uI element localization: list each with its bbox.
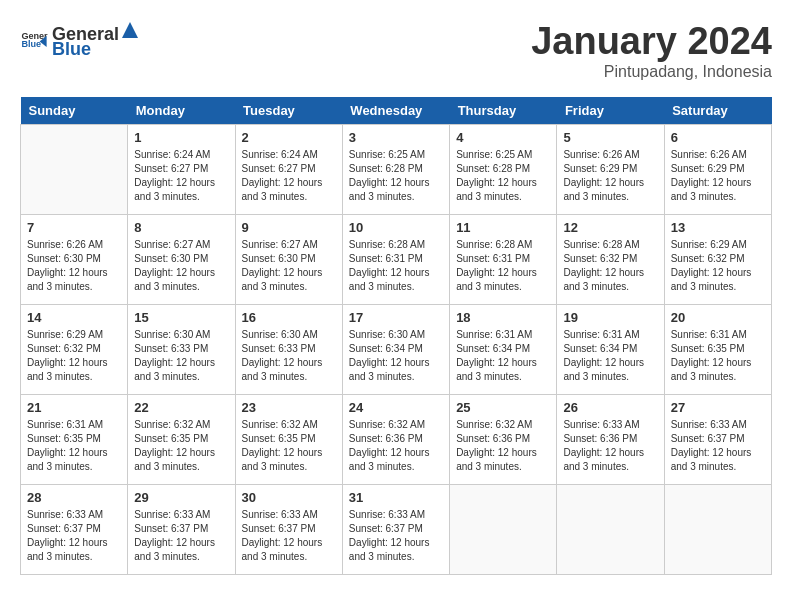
- day-info: Sunrise: 6:33 AM Sunset: 6:37 PM Dayligh…: [134, 508, 228, 564]
- day-info: Sunrise: 6:28 AM Sunset: 6:31 PM Dayligh…: [349, 238, 443, 294]
- day-info: Sunrise: 6:33 AM Sunset: 6:37 PM Dayligh…: [242, 508, 336, 564]
- calendar-table: SundayMondayTuesdayWednesdayThursdayFrid…: [20, 97, 772, 575]
- calendar-cell: 25Sunrise: 6:32 AM Sunset: 6:36 PM Dayli…: [450, 395, 557, 485]
- calendar-cell: 26Sunrise: 6:33 AM Sunset: 6:36 PM Dayli…: [557, 395, 664, 485]
- day-info: Sunrise: 6:30 AM Sunset: 6:33 PM Dayligh…: [134, 328, 228, 384]
- calendar-cell: 23Sunrise: 6:32 AM Sunset: 6:35 PM Dayli…: [235, 395, 342, 485]
- day-number: 15: [134, 310, 228, 325]
- calendar-cell: [450, 485, 557, 575]
- day-number: 13: [671, 220, 765, 235]
- day-info: Sunrise: 6:26 AM Sunset: 6:29 PM Dayligh…: [563, 148, 657, 204]
- calendar-cell: 10Sunrise: 6:28 AM Sunset: 6:31 PM Dayli…: [342, 215, 449, 305]
- day-header-sunday: Sunday: [21, 97, 128, 125]
- day-number: 27: [671, 400, 765, 415]
- day-number: 25: [456, 400, 550, 415]
- day-number: 10: [349, 220, 443, 235]
- calendar-cell: 8Sunrise: 6:27 AM Sunset: 6:30 PM Daylig…: [128, 215, 235, 305]
- day-number: 23: [242, 400, 336, 415]
- calendar-cell: 15Sunrise: 6:30 AM Sunset: 6:33 PM Dayli…: [128, 305, 235, 395]
- calendar-cell: 27Sunrise: 6:33 AM Sunset: 6:37 PM Dayli…: [664, 395, 771, 485]
- calendar-cell: 18Sunrise: 6:31 AM Sunset: 6:34 PM Dayli…: [450, 305, 557, 395]
- day-header-friday: Friday: [557, 97, 664, 125]
- day-number: 3: [349, 130, 443, 145]
- day-info: Sunrise: 6:28 AM Sunset: 6:31 PM Dayligh…: [456, 238, 550, 294]
- month-year-title: January 2024: [531, 20, 772, 63]
- day-info: Sunrise: 6:33 AM Sunset: 6:37 PM Dayligh…: [349, 508, 443, 564]
- day-header-wednesday: Wednesday: [342, 97, 449, 125]
- day-info: Sunrise: 6:33 AM Sunset: 6:36 PM Dayligh…: [563, 418, 657, 474]
- day-info: Sunrise: 6:28 AM Sunset: 6:32 PM Dayligh…: [563, 238, 657, 294]
- calendar-cell: 19Sunrise: 6:31 AM Sunset: 6:34 PM Dayli…: [557, 305, 664, 395]
- day-info: Sunrise: 6:31 AM Sunset: 6:35 PM Dayligh…: [27, 418, 121, 474]
- day-info: Sunrise: 6:27 AM Sunset: 6:30 PM Dayligh…: [242, 238, 336, 294]
- day-number: 8: [134, 220, 228, 235]
- day-info: Sunrise: 6:32 AM Sunset: 6:36 PM Dayligh…: [456, 418, 550, 474]
- calendar-cell: 1Sunrise: 6:24 AM Sunset: 6:27 PM Daylig…: [128, 125, 235, 215]
- calendar-week-row: 28Sunrise: 6:33 AM Sunset: 6:37 PM Dayli…: [21, 485, 772, 575]
- day-header-saturday: Saturday: [664, 97, 771, 125]
- day-number: 24: [349, 400, 443, 415]
- calendar-week-row: 14Sunrise: 6:29 AM Sunset: 6:32 PM Dayli…: [21, 305, 772, 395]
- day-info: Sunrise: 6:26 AM Sunset: 6:30 PM Dayligh…: [27, 238, 121, 294]
- day-header-thursday: Thursday: [450, 97, 557, 125]
- day-info: Sunrise: 6:32 AM Sunset: 6:35 PM Dayligh…: [242, 418, 336, 474]
- calendar-cell: 22Sunrise: 6:32 AM Sunset: 6:35 PM Dayli…: [128, 395, 235, 485]
- day-number: 9: [242, 220, 336, 235]
- calendar-cell: [664, 485, 771, 575]
- day-info: Sunrise: 6:26 AM Sunset: 6:29 PM Dayligh…: [671, 148, 765, 204]
- day-number: 21: [27, 400, 121, 415]
- day-number: 22: [134, 400, 228, 415]
- day-number: 20: [671, 310, 765, 325]
- calendar-week-row: 7Sunrise: 6:26 AM Sunset: 6:30 PM Daylig…: [21, 215, 772, 305]
- calendar-cell: [21, 125, 128, 215]
- calendar-cell: 17Sunrise: 6:30 AM Sunset: 6:34 PM Dayli…: [342, 305, 449, 395]
- day-info: Sunrise: 6:31 AM Sunset: 6:35 PM Dayligh…: [671, 328, 765, 384]
- day-info: Sunrise: 6:31 AM Sunset: 6:34 PM Dayligh…: [563, 328, 657, 384]
- location-subtitle: Pintupadang, Indonesia: [531, 63, 772, 81]
- day-number: 19: [563, 310, 657, 325]
- calendar-cell: 9Sunrise: 6:27 AM Sunset: 6:30 PM Daylig…: [235, 215, 342, 305]
- day-info: Sunrise: 6:29 AM Sunset: 6:32 PM Dayligh…: [671, 238, 765, 294]
- day-info: Sunrise: 6:33 AM Sunset: 6:37 PM Dayligh…: [27, 508, 121, 564]
- day-number: 2: [242, 130, 336, 145]
- day-number: 5: [563, 130, 657, 145]
- day-info: Sunrise: 6:33 AM Sunset: 6:37 PM Dayligh…: [671, 418, 765, 474]
- day-info: Sunrise: 6:32 AM Sunset: 6:35 PM Dayligh…: [134, 418, 228, 474]
- day-info: Sunrise: 6:29 AM Sunset: 6:32 PM Dayligh…: [27, 328, 121, 384]
- calendar-cell: 24Sunrise: 6:32 AM Sunset: 6:36 PM Dayli…: [342, 395, 449, 485]
- day-number: 18: [456, 310, 550, 325]
- day-number: 14: [27, 310, 121, 325]
- page-header: General Blue General Blue January 2024 P…: [20, 20, 772, 81]
- calendar-cell: 2Sunrise: 6:24 AM Sunset: 6:27 PM Daylig…: [235, 125, 342, 215]
- day-info: Sunrise: 6:24 AM Sunset: 6:27 PM Dayligh…: [242, 148, 336, 204]
- day-info: Sunrise: 6:25 AM Sunset: 6:28 PM Dayligh…: [456, 148, 550, 204]
- calendar-cell: 13Sunrise: 6:29 AM Sunset: 6:32 PM Dayli…: [664, 215, 771, 305]
- day-info: Sunrise: 6:30 AM Sunset: 6:34 PM Dayligh…: [349, 328, 443, 384]
- calendar-cell: 7Sunrise: 6:26 AM Sunset: 6:30 PM Daylig…: [21, 215, 128, 305]
- day-header-monday: Monday: [128, 97, 235, 125]
- day-info: Sunrise: 6:27 AM Sunset: 6:30 PM Dayligh…: [134, 238, 228, 294]
- title-section: January 2024 Pintupadang, Indonesia: [531, 20, 772, 81]
- day-number: 28: [27, 490, 121, 505]
- calendar-week-row: 21Sunrise: 6:31 AM Sunset: 6:35 PM Dayli…: [21, 395, 772, 485]
- calendar-cell: 14Sunrise: 6:29 AM Sunset: 6:32 PM Dayli…: [21, 305, 128, 395]
- day-info: Sunrise: 6:25 AM Sunset: 6:28 PM Dayligh…: [349, 148, 443, 204]
- day-number: 29: [134, 490, 228, 505]
- logo: General Blue General Blue: [20, 20, 141, 60]
- day-number: 26: [563, 400, 657, 415]
- day-number: 7: [27, 220, 121, 235]
- calendar-cell: 16Sunrise: 6:30 AM Sunset: 6:33 PM Dayli…: [235, 305, 342, 395]
- calendar-header-row: SundayMondayTuesdayWednesdayThursdayFrid…: [21, 97, 772, 125]
- logo-icon: General Blue: [20, 26, 48, 54]
- calendar-cell: 20Sunrise: 6:31 AM Sunset: 6:35 PM Dayli…: [664, 305, 771, 395]
- day-number: 30: [242, 490, 336, 505]
- calendar-cell: 31Sunrise: 6:33 AM Sunset: 6:37 PM Dayli…: [342, 485, 449, 575]
- day-number: 12: [563, 220, 657, 235]
- day-info: Sunrise: 6:24 AM Sunset: 6:27 PM Dayligh…: [134, 148, 228, 204]
- logo-triangle-icon: [120, 20, 140, 40]
- svg-text:Blue: Blue: [21, 39, 41, 49]
- day-number: 4: [456, 130, 550, 145]
- day-number: 16: [242, 310, 336, 325]
- day-header-tuesday: Tuesday: [235, 97, 342, 125]
- calendar-week-row: 1Sunrise: 6:24 AM Sunset: 6:27 PM Daylig…: [21, 125, 772, 215]
